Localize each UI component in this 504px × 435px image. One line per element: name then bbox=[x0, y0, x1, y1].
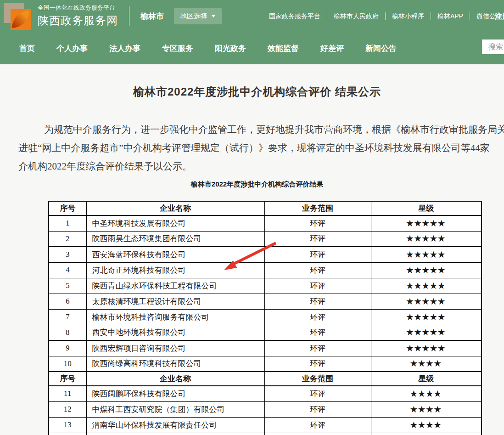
company-name-cell: 榆林市环境科技咨询服务有限公司 bbox=[86, 309, 264, 325]
notice-document: 榆林市2022年度涉批中介机构综合评价 结果公示 为规范中介服务行为，进一步强化… bbox=[0, 85, 504, 435]
table-row: 1中圣环境科技发展有限公司环评★★★★★ bbox=[49, 215, 482, 231]
empty-cell bbox=[49, 433, 86, 435]
table-row: 3西安海蓝环保科技有限公司环评★★★★★ bbox=[49, 247, 482, 262]
row-number-cell: 1 bbox=[49, 215, 86, 231]
notice-paragraph: 为规范中介服务行为，进一步强化中介监管工作，更好地提升我市营商环境，根据《榆林市… bbox=[18, 120, 504, 175]
business-scope-cell: 环评 bbox=[264, 356, 371, 372]
table-row: 5陕西青山绿水环保科技工程有限公司环评★★★★★ bbox=[49, 278, 482, 294]
row-number-cell: 3 bbox=[49, 247, 86, 262]
topbar-link[interactable]: 榆林市人民政府 bbox=[327, 12, 386, 20]
row-number-cell: 10 bbox=[49, 356, 86, 372]
row-number-cell: 2 bbox=[49, 231, 86, 247]
nav-item[interactable]: 新闻公告 bbox=[365, 43, 397, 54]
company-name-cell: 河北奇正环境科技有限公司 bbox=[86, 262, 264, 278]
table-row: 7榆林市环境科技咨询服务有限公司环评★★★★★ bbox=[49, 309, 482, 325]
company-name-cell: 陕西雨昊生态环境集团有限公司 bbox=[86, 231, 264, 247]
nav-item[interactable]: 效能监督 bbox=[268, 43, 299, 54]
row-number-cell: 6 bbox=[49, 294, 86, 309]
search-input[interactable] bbox=[482, 40, 504, 54]
table-row: 9陕西宏辉项目咨询有限公司环评★★★★★ bbox=[49, 340, 482, 356]
logo-front-square bbox=[11, 9, 31, 30]
table-row: 8西安中地环境科技有限公司环评★★★★★ bbox=[49, 325, 482, 340]
row-number-cell: 13 bbox=[49, 417, 86, 433]
column-header: 序号 bbox=[49, 372, 86, 386]
row-number-cell: 5 bbox=[49, 278, 86, 294]
platform-name: 全国一体化在线政务服务平台 bbox=[38, 4, 118, 12]
business-scope-cell: 环评 bbox=[264, 247, 371, 262]
table-row: 10陕西尚绿高科环境科技有限公司环评★★★★ bbox=[49, 356, 482, 372]
business-scope-cell: 环评 bbox=[264, 325, 371, 340]
column-header: 星级 bbox=[371, 201, 482, 215]
star-rating-cell: ★★★★★ bbox=[371, 294, 482, 309]
column-header: 企业名称 bbox=[86, 372, 264, 386]
nav-item[interactable]: 专区服务 bbox=[162, 43, 193, 54]
star-rating-cell: ★★★★ bbox=[371, 356, 482, 372]
row-number-cell: 12 bbox=[49, 401, 86, 417]
chevron-down-icon bbox=[211, 15, 216, 17]
business-scope-cell: 环评 bbox=[264, 231, 371, 247]
star-rating-cell: ★★★★★ bbox=[371, 340, 482, 356]
row-number-cell: 11 bbox=[49, 386, 86, 401]
business-scope-cell: 环评 bbox=[264, 262, 371, 278]
evaluation-table: 序号企业名称业务范围星级1中圣环境科技发展有限公司环评★★★★★2陕西雨昊生态环… bbox=[48, 201, 482, 435]
nav-item[interactable]: 个人办事 bbox=[56, 43, 88, 54]
company-name-cell: 陕西宏辉项目咨询有限公司 bbox=[86, 340, 264, 356]
logo-leaf-icon bbox=[12, 11, 29, 28]
company-name-cell: 西安海蓝环保科技有限公司 bbox=[86, 247, 264, 262]
site-logo bbox=[4, 3, 32, 29]
topbar-link[interactable]: 榆林APP bbox=[431, 12, 470, 20]
row-number-cell: 8 bbox=[49, 325, 86, 340]
table-row-partial bbox=[49, 433, 482, 435]
table-row: 6太原核清环境工程设计有限公司环评★★★★★ bbox=[49, 294, 482, 309]
star-rating-cell: ★★★★ bbox=[371, 386, 482, 401]
table-row: 11陕西阔鹏环保科技有限公司环评★★★★ bbox=[49, 386, 482, 401]
star-rating-cell: ★★★★ bbox=[371, 417, 482, 433]
row-number-cell: 4 bbox=[49, 262, 86, 278]
empty-cell bbox=[264, 433, 371, 435]
company-name-cell: 渭南华山环保科技发展有限责任公司 bbox=[86, 417, 264, 433]
business-scope-cell: 环评 bbox=[264, 386, 371, 401]
star-rating-cell: ★★★★★ bbox=[371, 215, 482, 231]
topbar-link[interactable]: 国家政务服务平台 bbox=[263, 12, 327, 20]
topbar-link[interactable]: 榆林小程序 bbox=[386, 12, 431, 20]
nav-item[interactable]: 阳光政务 bbox=[215, 43, 246, 54]
page-title: 榆林市2022年度涉批中介机构综合评价 结果公示 bbox=[0, 85, 504, 99]
site-name: 陕西政务服务网 bbox=[38, 13, 118, 28]
column-header: 序号 bbox=[49, 201, 86, 215]
table-row: 4河北奇正环境科技有限公司环评★★★★★ bbox=[49, 262, 482, 278]
business-scope-cell: 环评 bbox=[264, 401, 371, 417]
region-selector-label: 地区选择 bbox=[180, 12, 207, 21]
table-header-row: 序号企业名称业务范围星级 bbox=[49, 372, 482, 386]
company-name-cell: 陕西阔鹏环保科技有限公司 bbox=[86, 386, 264, 401]
company-name-cell: 西安中地环境科技有限公司 bbox=[86, 325, 264, 340]
column-header: 企业名称 bbox=[86, 201, 264, 215]
header-divider bbox=[129, 6, 129, 26]
top-header-bar: 全国一体化在线政务服务平台 陕西政务服务网 榆林市 地区选择 国家政务服务平台榆… bbox=[0, 0, 504, 32]
star-rating-cell: ★★★★★ bbox=[371, 325, 482, 340]
empty-cell bbox=[371, 433, 482, 435]
empty-cell bbox=[86, 433, 264, 435]
nav-item[interactable]: 好差评 bbox=[320, 43, 344, 54]
paragraph-line: 介机构2022年度综合评价结果予以公示。 bbox=[18, 157, 504, 175]
star-rating-cell: ★★★★★ bbox=[371, 247, 482, 262]
table-row: 12中煤科工西安研究院（集团）有限公司环评★★★★ bbox=[49, 401, 482, 417]
table-header-row: 序号企业名称业务范围星级 bbox=[49, 201, 482, 215]
paragraph-line: 进驻“网上中介服务超市”中介机构考评管理规定（试行）》要求，现将评定的中圣环境科… bbox=[18, 139, 504, 157]
business-scope-cell: 环评 bbox=[264, 309, 371, 325]
company-name-cell: 中煤科工西安研究院（集团）有限公司 bbox=[86, 401, 264, 417]
star-rating-cell: ★★★★★ bbox=[371, 231, 482, 247]
paragraph-line: 为规范中介服务行为，进一步强化中介监管工作，更好地提升我市营商环境，根据《榆林市… bbox=[18, 120, 504, 139]
company-name-cell: 中圣环境科技发展有限公司 bbox=[86, 215, 264, 231]
star-rating-cell: ★★★★★ bbox=[371, 262, 482, 278]
main-nav-bar: 首页个人办事法人办事专区服务阳光政务效能监督好差评新闻公告 bbox=[0, 32, 504, 64]
region-selector-button[interactable]: 地区选择 bbox=[174, 8, 222, 24]
table-row: 2陕西雨昊生态环境集团有限公司环评★★★★★ bbox=[49, 231, 482, 247]
business-scope-cell: 环评 bbox=[264, 294, 371, 309]
column-header: 星级 bbox=[371, 372, 482, 386]
nav-item[interactable]: 法人办事 bbox=[109, 43, 140, 54]
company-name-cell: 陕西青山绿水环保科技工程有限公司 bbox=[86, 278, 264, 294]
business-scope-cell: 环评 bbox=[264, 278, 371, 294]
nav-item[interactable]: 首页 bbox=[19, 43, 35, 54]
register-link[interactable]: 注册 bbox=[495, 12, 504, 22]
company-name-cell: 陕西尚绿高科环境科技有限公司 bbox=[86, 356, 264, 372]
